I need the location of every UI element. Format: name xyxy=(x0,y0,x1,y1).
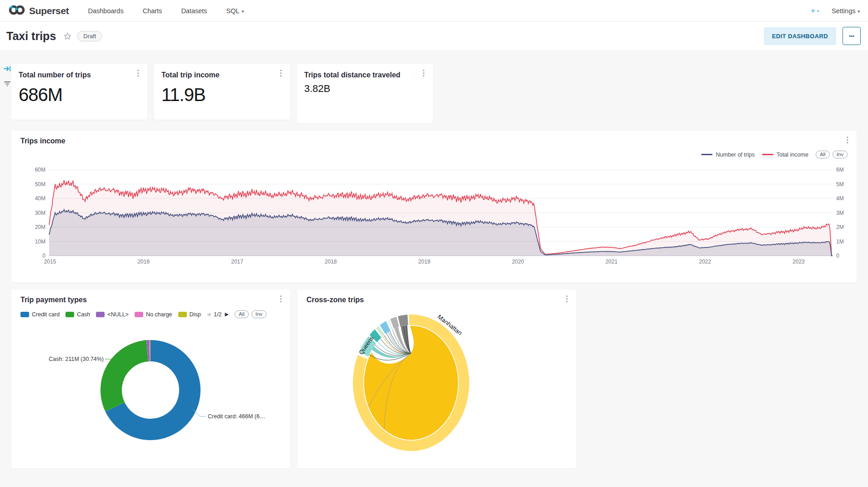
svg-text:0: 0 xyxy=(836,253,839,259)
legend-prev-page-icon[interactable]: ◀ xyxy=(207,311,211,317)
legend-inv-button[interactable]: Inv xyxy=(251,310,266,318)
svg-text:6M: 6M xyxy=(836,167,844,173)
favorite-star-icon[interactable] xyxy=(63,32,72,41)
trips-income-card: Trips income ⋮ Number of trips Total inc… xyxy=(11,131,857,282)
chart-title: Cross-zone trips xyxy=(306,296,567,304)
svg-text:20M: 20M xyxy=(35,224,45,230)
svg-text:2016: 2016 xyxy=(137,259,150,265)
status-badge: Draft xyxy=(77,31,102,41)
legend-swatch xyxy=(178,312,187,317)
legend-swatch xyxy=(135,312,143,317)
svg-text:2M: 2M xyxy=(836,224,844,230)
svg-text:0: 0 xyxy=(42,253,45,259)
legend-item-null[interactable]: <NULL> xyxy=(96,311,129,318)
more-options-button[interactable]: ••• xyxy=(843,27,861,45)
kebab-menu-icon[interactable]: ⋮ xyxy=(843,136,851,144)
kpi-title: Total number of trips xyxy=(19,71,140,80)
edit-dashboard-button[interactable]: EDIT DASHBOARD xyxy=(764,27,836,45)
legend-all-button[interactable]: All xyxy=(816,151,830,158)
svg-text:50M: 50M xyxy=(35,181,45,188)
svg-text:2022: 2022 xyxy=(699,259,711,265)
kebab-menu-icon[interactable]: ⋮ xyxy=(277,295,285,303)
chevron-down-icon: ▾ xyxy=(242,9,244,14)
chevron-down-icon: ▾ xyxy=(858,9,860,14)
cross-zone-chord-chart[interactable]: QueensManhattan xyxy=(297,289,576,468)
superset-brand[interactable]: Superset xyxy=(8,4,69,18)
dashboard-grid: Total number of trips ⋮ 686M Total trip … xyxy=(0,50,868,468)
legend-swatch xyxy=(96,312,105,317)
svg-text:5M: 5M xyxy=(836,181,844,188)
nav-item-sql[interactable]: SQL▾ xyxy=(226,7,244,15)
legend-item-cash[interactable]: Cash xyxy=(65,311,90,318)
legend-line-swatch xyxy=(701,154,712,155)
kpi-card-total-trips: Total number of trips ⋮ 686M xyxy=(11,64,147,120)
svg-text:3M: 3M xyxy=(836,210,844,216)
kebab-menu-icon[interactable]: ⋮ xyxy=(134,69,142,77)
svg-text:10M: 10M xyxy=(35,238,45,245)
svg-text:2020: 2020 xyxy=(512,259,524,265)
nav-item-datasets[interactable]: Datasets xyxy=(181,7,207,15)
svg-text:4M: 4M xyxy=(836,195,844,202)
svg-text:2017: 2017 xyxy=(231,259,243,265)
kpi-card-total-distance: Trips total distance traveled ⋮ 3.82B xyxy=(297,64,433,123)
superset-logo-icon xyxy=(8,4,25,18)
nav-item-charts[interactable]: Charts xyxy=(143,7,162,15)
nav-menu: Dashboards Charts Datasets SQL▾ xyxy=(88,7,244,15)
nav-item-dashboards[interactable]: Dashboards xyxy=(88,7,123,15)
svg-text:Queens: Queens xyxy=(357,335,375,355)
svg-text:Cash: 211M (30.74%): Cash: 211M (30.74%) xyxy=(49,356,104,362)
svg-text:Manhattan: Manhattan xyxy=(437,313,464,336)
chart-title: Trip payment types xyxy=(20,296,281,304)
top-navbar: Superset Dashboards Charts Datasets SQL▾… xyxy=(0,0,868,22)
kpi-title: Trips total distance traveled xyxy=(304,71,426,80)
cross-zone-trips-card: Cross-zone trips ⋮ QueensManhattan xyxy=(297,289,576,468)
svg-text:1M: 1M xyxy=(836,238,844,245)
legend-swatch xyxy=(20,312,29,317)
kpi-row: Total number of trips ⋮ 686M Total trip … xyxy=(11,64,857,123)
settings-menu[interactable]: Settings▾ xyxy=(832,7,860,15)
kebab-menu-icon[interactable]: ⋮ xyxy=(277,69,285,77)
chevron-down-icon: ▾ xyxy=(817,9,819,13)
legend-inv-button[interactable]: Inv xyxy=(833,151,848,158)
svg-text:60M: 60M xyxy=(35,167,45,173)
svg-text:40M: 40M xyxy=(35,195,45,202)
svg-text:2018: 2018 xyxy=(325,259,337,265)
filter-list-icon[interactable] xyxy=(4,80,11,87)
new-item-button[interactable]: +▾ xyxy=(811,6,819,15)
kpi-card-trip-income: Total trip income ⋮ 11.9B xyxy=(154,64,290,120)
trip-payment-types-card: Trip payment types ⋮ Credit card Cash <N… xyxy=(11,289,290,468)
svg-text:2021: 2021 xyxy=(605,259,617,265)
chart-title: Trips income xyxy=(20,137,848,145)
dashboard-header: Taxi trips Draft EDIT DASHBOARD ••• xyxy=(0,22,868,50)
svg-text:2019: 2019 xyxy=(418,259,431,265)
svg-text:Credit card: 466M (6…: Credit card: 466M (6… xyxy=(208,413,265,420)
page-title: Taxi trips xyxy=(6,30,56,43)
svg-text:30M: 30M xyxy=(35,210,45,216)
brand-name: Superset xyxy=(29,5,69,16)
legend-item-number-of-trips[interactable]: Number of trips xyxy=(701,152,754,158)
payment-legend: Credit card Cash <NULL> No charge Disp ◀… xyxy=(20,310,281,318)
kebab-menu-icon[interactable]: ⋮ xyxy=(563,295,571,303)
trend-legend: Number of trips Total income All Inv xyxy=(701,151,848,158)
legend-item-dispute[interactable]: Disp xyxy=(178,311,201,318)
legend-page-indicator: 1/2 xyxy=(214,311,221,318)
legend-next-page-icon[interactable]: ▶ xyxy=(225,311,228,317)
legend-all-button[interactable]: All xyxy=(235,310,249,318)
legend-item-credit-card[interactable]: Credit card xyxy=(20,311,60,318)
legend-line-swatch xyxy=(762,154,773,155)
legend-item-no-charge[interactable]: No charge xyxy=(135,311,172,318)
kpi-value: 11.9B xyxy=(161,85,283,105)
kebab-menu-icon[interactable]: ⋮ xyxy=(420,69,427,77)
kpi-value: 3.82B xyxy=(304,83,426,95)
svg-text:2015: 2015 xyxy=(44,259,56,265)
legend-swatch xyxy=(65,312,74,317)
kpi-value: 686M xyxy=(19,85,140,105)
kpi-title: Total trip income xyxy=(161,71,283,80)
expand-filter-bar-icon[interactable] xyxy=(3,65,11,73)
legend-item-total-income[interactable]: Total income xyxy=(762,152,808,158)
svg-text:2023: 2023 xyxy=(793,259,805,265)
